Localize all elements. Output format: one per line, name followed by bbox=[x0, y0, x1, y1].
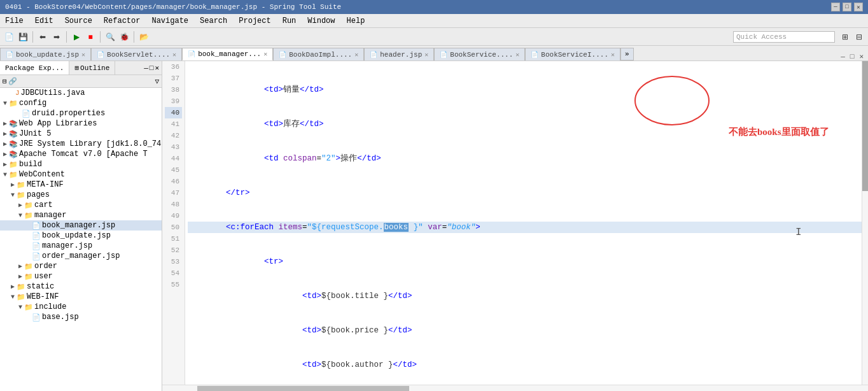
lib-icon: 📚 bbox=[9, 130, 18, 138]
tab-bookdaoimpl[interactable]: 📄 BookDaoImpl.... ✕ bbox=[273, 48, 364, 60]
sidebar-tab-package[interactable]: Package Exp... bbox=[0, 61, 69, 75]
editor-minimize-btn[interactable]: — bbox=[839, 53, 847, 60]
menu-refactor[interactable]: Refactor bbox=[101, 16, 143, 26]
tree-webapplibs[interactable]: ▶ 📚 Web App Libraries bbox=[0, 118, 162, 129]
menu-help[interactable]: Help bbox=[344, 16, 368, 26]
tree-junit[interactable]: ▶ 📚 JUnit 5 bbox=[0, 129, 162, 139]
search-tb-button[interactable]: 🔍 bbox=[104, 31, 116, 43]
sidebar-tabs: Package Exp... ⊞ Outline — □ ✕ bbox=[0, 61, 162, 75]
maximize-button[interactable]: □ bbox=[843, 3, 851, 11]
tree-label: META-INF bbox=[27, 180, 64, 189]
tree-manager[interactable]: ▼ 📁 manager bbox=[0, 210, 162, 220]
toolbar: 📄 💾 ⬅ ➡ ▶ ■ 🔍 🐞 📂 Quick Access ⊞ ⊟ bbox=[0, 28, 868, 46]
tree-label: Apache Tomcat v7.0 [Apache T bbox=[19, 150, 148, 159]
tree-static[interactable]: ▶ 📁 static bbox=[0, 281, 162, 292]
quick-access-input[interactable]: Quick Access bbox=[733, 31, 835, 43]
tree-include[interactable]: ▼ 📁 include bbox=[0, 302, 162, 312]
minimize-button[interactable]: — bbox=[831, 3, 840, 11]
tab-bookservicei[interactable]: 📄 BookServiceI.... ✕ bbox=[525, 48, 620, 60]
tree-build[interactable]: ▶ 📁 build bbox=[0, 159, 162, 169]
tree-druid[interactable]: 📄 druid.properties bbox=[0, 108, 162, 118]
tree-base-jsp[interactable]: 📄 base.jsp bbox=[0, 312, 162, 322]
menu-source[interactable]: Source bbox=[62, 16, 95, 26]
debug-button[interactable]: 🐞 bbox=[118, 31, 130, 43]
tree-metainf[interactable]: ▶ 📁 META-INF bbox=[0, 180, 162, 190]
tree-tomcat[interactable]: ▶ 📚 Apache Tomcat v7.0 [Apache T bbox=[0, 149, 162, 159]
folder-icon: 📁 bbox=[24, 211, 33, 220]
open-button[interactable]: 📂 bbox=[137, 31, 150, 43]
menu-file[interactable]: File bbox=[3, 16, 26, 26]
view-button[interactable]: ⊟ bbox=[853, 31, 865, 43]
forward-button[interactable]: ➡ bbox=[50, 31, 63, 43]
folder-icon: 📁 bbox=[24, 201, 33, 210]
code-content[interactable]: <td>销量</td> <td>库存</td> <td colspan="2">… bbox=[185, 61, 868, 385]
line-num-49: 49 bbox=[165, 210, 182, 222]
tree-arrow: ▶ bbox=[9, 283, 17, 290]
new-button[interactable]: 📄 bbox=[3, 31, 15, 43]
sidebar-minimize-btn[interactable]: — bbox=[144, 64, 148, 72]
sidebar-close-btn[interactable]: ✕ bbox=[155, 64, 159, 72]
tree-arrow: ▶ bbox=[1, 150, 9, 158]
tab-close-bookservicei[interactable]: ✕ bbox=[611, 51, 615, 59]
tree-book-manager-jsp[interactable]: 📄 book_manager.jsp bbox=[0, 220, 162, 231]
tree-label: include bbox=[34, 302, 66, 311]
tab-label: book_update.jsp bbox=[16, 51, 79, 59]
horizontal-scrollbar[interactable] bbox=[162, 385, 868, 391]
stop-button[interactable]: ■ bbox=[84, 31, 97, 43]
tree-manager-jsp[interactable]: 📄 manager.jsp bbox=[0, 241, 162, 251]
close-window-button[interactable]: ✕ bbox=[854, 3, 863, 11]
tree-webcontent[interactable]: ▼ 📁 WebContent bbox=[0, 169, 162, 180]
run-button[interactable]: ▶ bbox=[70, 31, 83, 43]
tab-close-book-manager[interactable]: ✕ bbox=[263, 50, 267, 58]
line-num-53: 53 bbox=[165, 256, 182, 267]
tab-label: BookServiceI.... bbox=[541, 51, 608, 59]
tree-config[interactable]: ▼ 📁 config bbox=[0, 98, 162, 108]
tabs-overflow[interactable]: » bbox=[620, 48, 634, 60]
back-button[interactable]: ⬅ bbox=[36, 31, 49, 43]
tree-webinf[interactable]: ▼ 📁 WEB-INF bbox=[0, 292, 162, 302]
menu-navigate[interactable]: Navigate bbox=[149, 16, 191, 26]
folder-icon: 📁 bbox=[24, 262, 33, 271]
sidebar-maximize-btn[interactable]: □ bbox=[150, 64, 154, 72]
line-num-52: 52 bbox=[165, 245, 182, 256]
tab-bookservlet[interactable]: 📄 BookServlet.... ✕ bbox=[91, 48, 182, 60]
tab-close-book-update[interactable]: ✕ bbox=[81, 51, 85, 59]
sidebar-collapse-btn[interactable]: ⊟ bbox=[3, 77, 7, 85]
line-num-39: 39 bbox=[165, 96, 182, 107]
sidebar-link-btn[interactable]: 🔗 bbox=[8, 77, 17, 85]
menu-project[interactable]: Project bbox=[236, 16, 273, 26]
tree-book-update-jsp[interactable]: 📄 book_update.jsp bbox=[0, 231, 162, 241]
tree-jre[interactable]: ▶ 📚 JRE System Library [jdk1.8.0_74 bbox=[0, 139, 162, 149]
tree-user[interactable]: ▶ 📁 user bbox=[0, 271, 162, 281]
tab-close-bookservice[interactable]: ✕ bbox=[515, 51, 519, 59]
perspective-button[interactable]: ⊞ bbox=[839, 31, 851, 43]
tree-order[interactable]: ▶ 📁 order bbox=[0, 261, 162, 271]
sidebar-tab-outline-label: Outline bbox=[80, 64, 109, 72]
menu-search[interactable]: Search bbox=[197, 16, 230, 26]
code-container[interactable]: 36 37 38 39 40 41 42 43 44 45 46 47 48 4… bbox=[162, 61, 868, 385]
tab-book-update[interactable]: 📄 book_update.jsp ✕ bbox=[0, 48, 91, 60]
menu-run[interactable]: Run bbox=[280, 16, 299, 26]
tab-close-bookservlet[interactable]: ✕ bbox=[172, 51, 176, 59]
tree-pages[interactable]: ▼ 📁 pages bbox=[0, 190, 162, 200]
code-line-40: <c:forEach items="${requestScope.books }… bbox=[188, 222, 865, 233]
tree-jdbcutils[interactable]: J JDBCUtils.java bbox=[0, 88, 162, 98]
menu-edit[interactable]: Edit bbox=[32, 16, 56, 26]
tree-cart[interactable]: ▶ 📁 cart bbox=[0, 200, 162, 210]
tab-book-manager[interactable]: 📄 book_manager... ✕ bbox=[182, 48, 273, 60]
tab-bookservice[interactable]: 📄 BookService.... ✕ bbox=[434, 48, 525, 60]
tab-close-bookdaoimpl[interactable]: ✕ bbox=[354, 51, 358, 59]
editor-area: 36 37 38 39 40 41 42 43 44 45 46 47 48 4… bbox=[162, 61, 868, 391]
editor-close-btn[interactable]: ✕ bbox=[857, 52, 865, 60]
tree-order-manager-jsp[interactable]: 📄 order_manager.jsp bbox=[0, 251, 162, 261]
tab-close-header[interactable]: ✕ bbox=[424, 51, 428, 59]
line-num-42: 42 bbox=[165, 130, 182, 141]
menu-window[interactable]: Window bbox=[305, 16, 337, 26]
save-button[interactable]: 💾 bbox=[17, 31, 29, 43]
sidebar-tab-outline[interactable]: ⊞ Outline bbox=[69, 61, 115, 75]
tab-header[interactable]: 📄 header.jsp ✕ bbox=[364, 48, 434, 60]
code-line-42: <td>${book.title }</td> bbox=[188, 290, 865, 302]
editor-maximize-btn[interactable]: □ bbox=[848, 53, 857, 60]
jsp-file-icon: 📄 bbox=[32, 252, 41, 260]
sidebar-menu-btn[interactable]: ▽ bbox=[155, 77, 159, 85]
